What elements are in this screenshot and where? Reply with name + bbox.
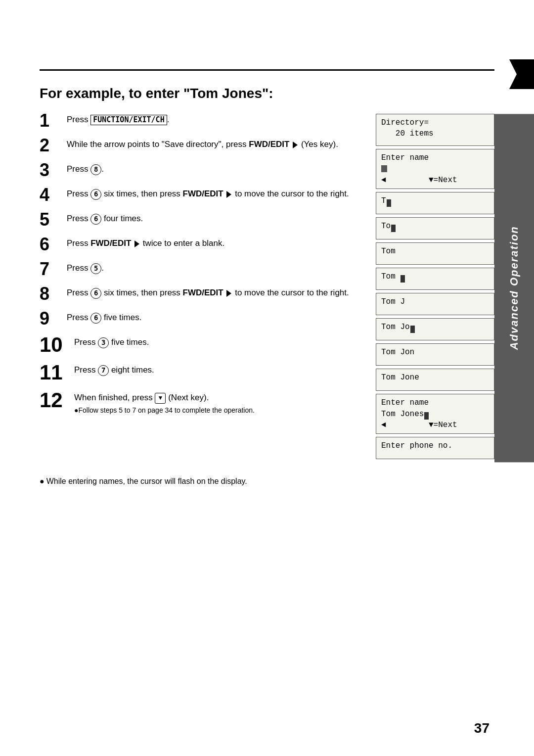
key-6-step8: 6 bbox=[90, 288, 101, 299]
step-number-4: 4 bbox=[40, 186, 62, 204]
arrow-right-icon-4 bbox=[226, 191, 231, 198]
step-number-2: 2 bbox=[40, 137, 62, 154]
arrow-tab bbox=[509, 59, 534, 89]
step-number-1: 1 bbox=[40, 112, 62, 130]
lcd-display-directory: Directory= 20 items bbox=[376, 114, 494, 146]
sidebar-label-text: Advanced Operation bbox=[508, 226, 521, 350]
arrow-down-icon-12: ▼ bbox=[155, 393, 166, 404]
lcd-display-step3: T bbox=[376, 192, 494, 214]
step-12: 12 When finished, press ▼ (Next key). ●F… bbox=[40, 392, 361, 416]
step-10: 10 Press 3 five times. bbox=[40, 336, 361, 355]
steps-column: 1 Press FUNCTION/EXIT/CH. 2 While the ar… bbox=[40, 114, 361, 462]
step-9: 9 Press 6 five times. bbox=[40, 312, 361, 328]
step-8: 8 Press 6 six times, then press FWD/EDIT… bbox=[40, 287, 361, 303]
footer-note: While entering names, the cursor will fl… bbox=[40, 477, 494, 486]
key-6-step5: 6 bbox=[90, 214, 101, 225]
step-text-2: While the arrow points to "Save director… bbox=[67, 139, 361, 151]
step-text-10: Press 3 five times. bbox=[74, 336, 361, 349]
key-6-step4: 6 bbox=[90, 189, 101, 200]
step-3: 3 Press 8. bbox=[40, 163, 361, 179]
step-1: 1 Press FUNCTION/EXIT/CH. bbox=[40, 114, 361, 130]
step-number-7: 7 bbox=[40, 260, 62, 278]
key-function-exit-ch: FUNCTION/EXIT/CH bbox=[90, 115, 167, 126]
arrow-right-icon-8 bbox=[226, 290, 231, 297]
step-4: 4 Press 6 six times, then press FWD/EDIT… bbox=[40, 188, 361, 204]
step-number-11: 11 bbox=[40, 362, 69, 383]
sidebar-advanced-operation: Advanced Operation bbox=[494, 114, 534, 462]
step-text-9: Press 6 five times. bbox=[67, 312, 361, 324]
page-number: 37 bbox=[474, 720, 490, 736]
page: For example, to enter "Tom Jones": 1 Pre… bbox=[0, 0, 534, 756]
step-text-1: Press FUNCTION/EXIT/CH. bbox=[67, 114, 361, 126]
step-2: 2 While the arrow points to "Save direct… bbox=[40, 139, 361, 154]
key-3-step10: 3 bbox=[98, 337, 109, 348]
lcd-display-step6: Tom bbox=[376, 268, 494, 290]
lcd-display-step8: Tom Jo bbox=[376, 318, 494, 340]
step-text-7: Press 5. bbox=[67, 262, 361, 275]
lcd-display-step7: Tom J bbox=[376, 293, 494, 315]
display-column: Directory= 20 items Enter name◄ ▼=Next T… bbox=[376, 114, 494, 462]
step-number-5: 5 bbox=[40, 211, 62, 229]
top-rule bbox=[40, 69, 494, 71]
key-5-step7: 5 bbox=[90, 263, 101, 274]
arrow-right-icon-6 bbox=[134, 240, 139, 247]
step-number-3: 3 bbox=[40, 161, 62, 179]
lcd-display-step12: Enter phone no. bbox=[376, 437, 494, 459]
step-number-12: 12 bbox=[40, 390, 69, 411]
step-text-11: Press 7 eight times. bbox=[74, 364, 361, 377]
lcd-display-step9: Tom Jon bbox=[376, 343, 494, 366]
key-6-step9: 6 bbox=[90, 313, 101, 324]
step-12-note: ●Follow steps 5 to 7 on page 34 to compl… bbox=[74, 406, 255, 414]
step-number-6: 6 bbox=[40, 236, 62, 253]
step-text-6: Press FWD/EDIT twice to enter a blank. bbox=[67, 237, 361, 250]
step-5: 5 Press 6 four times. bbox=[40, 213, 361, 229]
step-text-8: Press 6 six times, then press FWD/EDIT t… bbox=[67, 287, 361, 299]
step-6: 6 Press FWD/EDIT twice to enter a blank. bbox=[40, 237, 361, 253]
step-text-12: When finished, press ▼ (Next key). ●Foll… bbox=[74, 392, 361, 416]
step-7: 7 Press 5. bbox=[40, 262, 361, 278]
lcd-display-step11: Enter nameTom Jones◄ ▼=Next bbox=[376, 394, 494, 434]
step-number-8: 8 bbox=[40, 285, 62, 303]
main-content: 1 Press FUNCTION/EXIT/CH. 2 While the ar… bbox=[40, 114, 494, 462]
step-number-9: 9 bbox=[40, 310, 62, 328]
step-number-10: 10 bbox=[40, 334, 69, 355]
lcd-display-enter-name-1: Enter name◄ ▼=Next bbox=[376, 149, 494, 189]
lcd-display-step5: Tom bbox=[376, 242, 494, 265]
step-text-5: Press 6 four times. bbox=[67, 213, 361, 225]
lcd-display-step4: To bbox=[376, 217, 494, 239]
step-text-4: Press 6 six times, then press FWD/EDIT t… bbox=[67, 188, 361, 200]
step-text-3: Press 8. bbox=[67, 163, 361, 176]
arrow-right-icon-2 bbox=[293, 142, 298, 148]
section-title: For example, to enter "Tom Jones": bbox=[40, 86, 494, 101]
key-8: 8 bbox=[90, 164, 101, 175]
key-7-step11: 7 bbox=[98, 365, 109, 376]
step-11: 11 Press 7 eight times. bbox=[40, 364, 361, 383]
lcd-display-step10: Tom Jone bbox=[376, 369, 494, 391]
